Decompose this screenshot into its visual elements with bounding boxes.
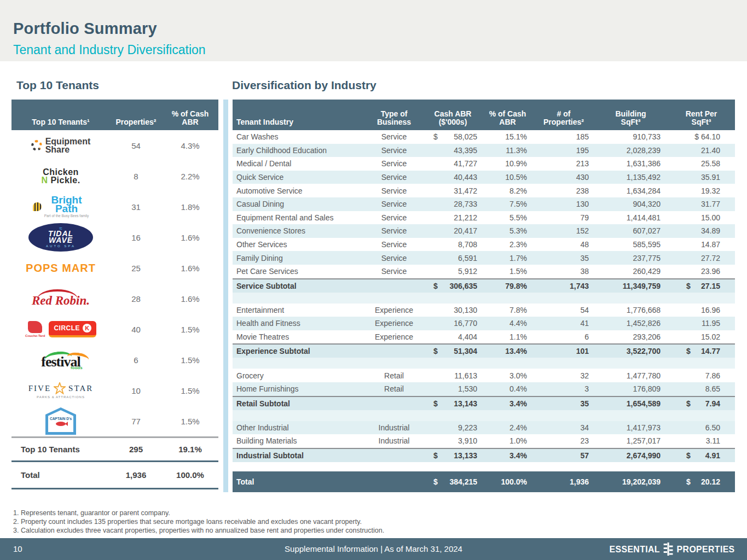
cell-building-sqft: 237,775 (594, 254, 668, 262)
cell-pct-cash-abr: 4.4% (482, 319, 534, 328)
cell-num-properties: 101 (534, 347, 594, 355)
col-tenant-industry: Tenant Industry (233, 118, 364, 126)
cell-pct-cash-abr: 7.8% (482, 306, 534, 314)
cell-building-sqft: 2,028,239 (594, 146, 668, 155)
tenant-pct-abr-cell: 1.6% (162, 233, 218, 242)
tenant-properties-cell: 25 (110, 264, 162, 273)
cell-type-of-business: Retail (364, 371, 424, 380)
cell-building-sqft: 904,320 (594, 200, 668, 208)
cell-pct-cash-abr: 1.5% (482, 267, 534, 276)
footnotes: 1. Represents tenant, guarantor or paren… (13, 509, 384, 535)
industry-row: GroceryRetail11,6133.0%321,477,7807.86 (233, 369, 735, 382)
industry-table: Tenant Industry Type of Business Cash AB… (233, 100, 735, 492)
tenants-table-header: Top 10 Tenants¹ Properties² % of Cash AB… (11, 100, 218, 130)
cell-num-properties: 213 (534, 159, 594, 168)
industry-row: Medical / DentalService41,72710.9%2131,6… (233, 157, 735, 171)
footnote-1: 1. Represents tenant, guarantor or paren… (13, 509, 384, 517)
cell-industry: Industrial Subtotal (233, 451, 364, 460)
cell-type-of-business: Service (364, 267, 424, 276)
cell-industry: Quick Service (233, 173, 364, 182)
cell-num-properties: 6 (534, 332, 594, 341)
cell-cash-abr: 4,404 (424, 332, 482, 341)
captain-ds-logo: CAPTAIN D's (45, 407, 76, 435)
cell-industry: Other Industrial (233, 423, 364, 432)
footnote-2: 2. Property count includes 135 propertie… (13, 517, 384, 526)
cell-industry: Home Furnishings (233, 384, 364, 393)
cell-type-of-business: Service (364, 146, 424, 155)
tenant-row: BrightPathPart of the Busy Bees family31… (11, 191, 218, 222)
industry-row: Other ServicesService8,7082.3%48585,5951… (233, 238, 735, 252)
cell-pct-cash-abr: 15.1% (482, 132, 534, 141)
cell-num-properties: 23 (534, 436, 594, 445)
cell-cash-abr: $306,635 (424, 282, 482, 290)
total-row: Total$384,215100.0%1,93619,202,039$20.12 (233, 471, 735, 492)
tenant-logo-cell: CAPTAIN D's (11, 406, 110, 436)
tenants-table: Top 10 Tenants¹ Properties² % of Cash AB… (11, 100, 218, 489)
cell-industry: Service Subtotal (233, 282, 364, 290)
industry-row: Equipment Rental and SalesService21,2125… (233, 211, 735, 225)
subtotal-row: Retail Subtotal$13,1433.4%351,654,589$7.… (233, 396, 735, 410)
cell-building-sqft: 293,206 (594, 332, 668, 341)
cell-type-of-business: Service (364, 226, 424, 235)
cell-building-sqft: 1,631,386 (594, 159, 668, 168)
cell-cash-abr: 28,733 (424, 200, 482, 208)
circle-k-icon: K (83, 324, 91, 332)
cell-cash-abr: 8,708 (424, 240, 482, 249)
footnote-3: 3. Calculation excludes three vacant pro… (13, 526, 384, 535)
cell-rent-per-sqft: 21.40 (668, 146, 735, 155)
cell-pct-cash-abr: 7.5% (482, 200, 534, 208)
tenant-properties-cell: 31 (110, 202, 162, 212)
cell-cash-abr: 16,770 (424, 319, 482, 328)
cell-pct-cash-abr: 100.0% (482, 477, 534, 486)
tenant-properties-cell: 10 (110, 386, 162, 395)
col-cash-abr: Cash ABR ($'000s) (424, 110, 482, 126)
tenant-pct-abr-cell: 1.8% (162, 202, 218, 212)
cell-pct-cash-abr: 2.4% (482, 423, 534, 432)
cell-cash-abr: $13,133 (424, 451, 482, 460)
cell-type-of-business: Experience (364, 306, 424, 314)
cell-num-properties: 57 (534, 451, 594, 460)
cell-industry: Grocery (233, 371, 364, 380)
col-pct-cash-abr: % of Cash ABR (482, 110, 534, 126)
industry-row: Family DiningService6,5911.7%35237,77527… (233, 251, 735, 265)
tenant-row: festivalfoods61.5% (11, 345, 218, 375)
col-pct-cash-abr: % of Cash ABR (162, 110, 218, 126)
cell-industry: Convenience Stores (233, 226, 364, 235)
cell-cash-abr: $384,215 (424, 477, 482, 486)
cell-num-properties: 35 (534, 254, 594, 262)
page-title: Portfolio Summary (13, 20, 157, 38)
tenant-properties-cell: 8 (110, 172, 162, 181)
cell-type-of-business: Service (364, 213, 424, 222)
tenant-pct-abr-cell: 1.5% (162, 417, 218, 426)
tenants-section-heading: Top 10 Tenants (16, 79, 99, 92)
cell-industry: Retail Subtotal (233, 399, 364, 408)
cell-industry: Medical / Dental (233, 159, 364, 168)
cell-rent-per-sqft: $14.77 (668, 347, 735, 355)
tenant-properties-cell: 77 (110, 417, 162, 426)
cell-num-properties: 3 (534, 384, 594, 393)
cell-cash-abr: $58,025 (424, 132, 482, 141)
cell-building-sqft: 1,452,826 (594, 319, 668, 328)
cell-type-of-business: Service (364, 240, 424, 249)
cell-industry: Car Washes (233, 132, 364, 141)
cell-num-properties: 130 (534, 200, 594, 208)
cell-pct-cash-abr: 5.3% (482, 226, 534, 235)
cell-industry: Health and Fitness (233, 319, 364, 328)
cell-num-properties: 185 (534, 132, 594, 141)
cell-cash-abr: 5,912 (424, 267, 482, 276)
cell-rent-per-sqft: 23.96 (668, 267, 735, 276)
cell-pct-cash-abr: 10.9% (482, 159, 534, 168)
industry-row: Early Childhood EducationService43,39511… (233, 144, 735, 158)
tenant-logo-cell: Couche-TardCIRCLEK (11, 314, 110, 345)
cell-building-sqft: 1,634,284 (594, 186, 668, 195)
summary-properties: 295 (110, 445, 162, 454)
cell-num-properties: 430 (534, 173, 594, 182)
cell-building-sqft: 1,776,668 (594, 306, 668, 314)
cell-pct-cash-abr: 1.0% (482, 436, 534, 445)
tenants-table-body: EquipmentShare544.3%ChickenN Pickle.82.2… (11, 130, 218, 436)
cell-type-of-business: Service (364, 200, 424, 208)
cell-num-properties: 48 (534, 240, 594, 249)
cell-cash-abr: 21,212 (424, 213, 482, 222)
industry-row: Convenience StoresService20,4175.3%15260… (233, 224, 735, 238)
col-type-of-business: Type of Business (364, 110, 424, 126)
